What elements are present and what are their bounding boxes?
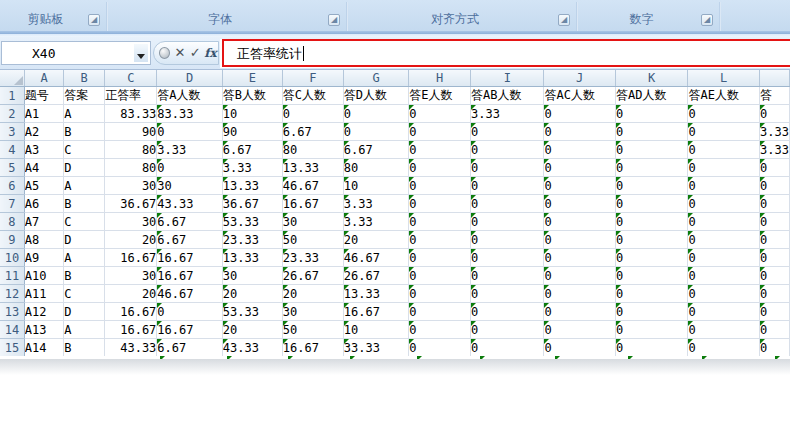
cell[interactable]: 0 [471,339,544,357]
cell[interactable]: 答 [760,87,790,105]
cell[interactable]: 0 [544,123,616,141]
cell[interactable]: 13.33 [343,285,408,303]
cell[interactable]: A2 [24,123,63,141]
cell[interactable]: 0 [760,285,790,303]
row-header[interactable]: 4 [0,141,24,159]
cell[interactable]: 26.67 [343,267,408,285]
cell[interactable]: 0 [688,105,760,123]
column-header[interactable]: L [688,70,760,87]
cell[interactable]: 0 [688,123,760,141]
cell[interactable]: B [64,339,105,357]
cell[interactable]: 30 [105,177,157,195]
cell[interactable]: 0 [544,267,616,285]
cell[interactable]: 0 [760,321,790,339]
cell[interactable]: 答C人数 [282,87,343,105]
cell[interactable]: 0 [760,159,790,177]
cell[interactable]: 80 [343,159,408,177]
cell[interactable]: 20 [105,285,157,303]
cell[interactable]: A8 [24,231,63,249]
dialog-launcher-icon[interactable]: ◢ [558,14,570,26]
cell[interactable]: 83.33 [157,105,222,123]
cell[interactable]: 43.33 [222,339,282,357]
cell[interactable]: 0 [544,177,616,195]
cell[interactable]: 16.67 [157,249,222,267]
cell[interactable]: A3 [24,141,63,159]
cell[interactable]: 16.67 [105,303,157,321]
dialog-launcher-icon[interactable]: ◢ [328,14,340,26]
cell[interactable]: 46.67 [282,177,343,195]
row-header[interactable]: 1 [0,87,24,105]
cell[interactable]: A9 [24,249,63,267]
cell[interactable]: 0 [157,123,222,141]
cell[interactable]: 30 [222,267,282,285]
cell[interactable]: 题号 [24,87,63,105]
cell[interactable]: 0 [760,339,790,357]
cell[interactable]: 0 [544,321,616,339]
cell[interactable]: 20 [343,231,408,249]
cell[interactable]: A6 [24,195,63,213]
cell[interactable]: 答A人数 [157,87,222,105]
cell[interactable]: 80 [105,141,157,159]
cell[interactable]: 3.33 [760,123,790,141]
cell[interactable]: B [64,195,105,213]
cell[interactable]: 50 [282,321,343,339]
cell[interactable]: 3.33 [471,105,544,123]
cell[interactable]: 6.67 [282,123,343,141]
column-header[interactable]: B [64,70,105,87]
cancel-icon[interactable]: ✕ [172,42,187,64]
cell[interactable]: 13.33 [222,249,282,267]
row-header[interactable]: 12 [0,285,24,303]
cell[interactable]: 0 [688,321,760,339]
cell[interactable]: 0 [616,339,688,357]
cell[interactable]: 0 [616,303,688,321]
row-header[interactable]: 2 [0,105,24,123]
cell[interactable]: 0 [471,141,544,159]
cell[interactable]: 20 [105,231,157,249]
cell[interactable]: 0 [688,195,760,213]
cell[interactable]: 6.67 [343,141,408,159]
cell[interactable]: 0 [544,105,616,123]
cell[interactable]: 16.67 [282,195,343,213]
column-header[interactable]: C [105,70,157,87]
cell[interactable]: 0 [282,105,343,123]
cell[interactable]: 3.33 [157,141,222,159]
cell[interactable]: A11 [24,285,63,303]
cell[interactable]: A13 [24,321,63,339]
cell[interactable]: A [64,249,105,267]
cell[interactable]: 26.67 [282,267,343,285]
cell[interactable]: 0 [471,267,544,285]
cell[interactable]: 0 [157,159,222,177]
cell[interactable]: 30 [105,267,157,285]
cell[interactable]: 0 [616,105,688,123]
cell[interactable]: 0 [760,177,790,195]
cell[interactable]: A14 [24,339,63,357]
cell[interactable]: 0 [343,123,408,141]
cell[interactable]: 0 [616,249,688,267]
cell[interactable]: 答D人数 [343,87,408,105]
cell[interactable]: 答案 [64,87,105,105]
cell[interactable]: 0 [544,195,616,213]
column-header[interactable]: J [544,70,616,87]
cell[interactable]: D [64,159,105,177]
dialog-launcher-icon[interactable]: ◢ [701,14,713,26]
cell[interactable]: 36.67 [222,195,282,213]
cell[interactable]: 0 [688,159,760,177]
cell[interactable]: 0 [471,195,544,213]
cell[interactable]: 0 [409,123,471,141]
cell[interactable]: 20 [282,285,343,303]
cell[interactable]: 0 [409,303,471,321]
dialog-launcher-icon[interactable]: ◢ [88,14,100,26]
cell[interactable]: 0 [688,285,760,303]
cell[interactable]: 13.33 [222,177,282,195]
cell[interactable]: 0 [409,141,471,159]
row-header[interactable]: 8 [0,213,24,231]
cell[interactable]: 0 [616,141,688,159]
cell[interactable]: 答AE人数 [688,87,760,105]
cell[interactable]: 33.33 [343,339,408,357]
row-header[interactable]: 7 [0,195,24,213]
cell[interactable]: 0 [471,249,544,267]
cell[interactable]: 0 [544,339,616,357]
cell[interactable]: 0 [760,195,790,213]
cell[interactable]: 6.67 [157,213,222,231]
row-header[interactable]: 6 [0,177,24,195]
